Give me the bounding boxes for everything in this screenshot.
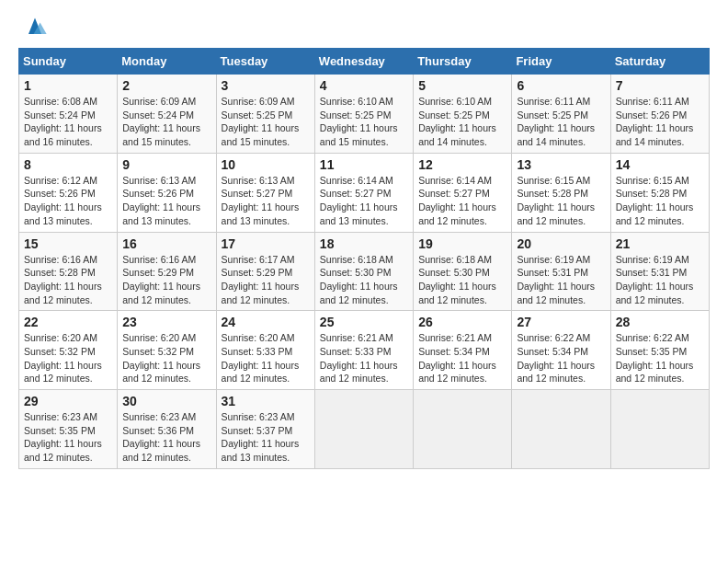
- header-friday: Friday: [512, 49, 610, 75]
- day-number: 8: [24, 157, 112, 172]
- day-number: 31: [222, 394, 310, 408]
- calendar-cell: 6Sunrise: 6:11 AMSunset: 5:25 PMDaylight…: [512, 75, 610, 154]
- calendar-cell: 18Sunrise: 6:18 AMSunset: 5:30 PMDayligh…: [314, 232, 413, 311]
- calendar-cell: 1Sunrise: 6:08 AMSunset: 5:24 PMDaylight…: [19, 75, 118, 154]
- day-info: Sunrise: 6:10 AMSunset: 5:25 PMDaylight:…: [418, 95, 506, 149]
- header-wednesday: Wednesday: [314, 49, 413, 75]
- day-number: 23: [122, 315, 210, 329]
- day-number: 3: [222, 78, 310, 93]
- calendar-cell: 19Sunrise: 6:18 AMSunset: 5:30 PMDayligh…: [414, 232, 512, 311]
- day-number: 7: [616, 78, 704, 93]
- day-info: Sunrise: 6:09 AMSunset: 5:24 PMDaylight:…: [122, 95, 210, 149]
- day-number: 9: [122, 157, 210, 172]
- day-info: Sunrise: 6:11 AMSunset: 5:26 PMDaylight:…: [616, 95, 704, 149]
- calendar-cell: 25Sunrise: 6:21 AMSunset: 5:33 PMDayligh…: [314, 311, 413, 390]
- day-info: Sunrise: 6:11 AMSunset: 5:25 PMDaylight:…: [517, 95, 605, 149]
- day-number: 17: [222, 236, 310, 251]
- day-info: Sunrise: 6:18 AMSunset: 5:30 PMDaylight:…: [418, 253, 506, 307]
- calendar-cell: 14Sunrise: 6:15 AMSunset: 5:28 PMDayligh…: [610, 153, 709, 232]
- calendar-week-4: 22Sunrise: 6:20 AMSunset: 5:32 PMDayligh…: [19, 311, 710, 390]
- day-info: Sunrise: 6:18 AMSunset: 5:30 PMDaylight:…: [320, 253, 408, 307]
- day-number: 18: [320, 236, 408, 251]
- calendar-header-row: SundayMondayTuesdayWednesdayThursdayFrid…: [19, 49, 710, 75]
- day-info: Sunrise: 6:16 AMSunset: 5:28 PMDaylight:…: [24, 253, 112, 307]
- calendar-cell: 21Sunrise: 6:19 AMSunset: 5:31 PMDayligh…: [610, 232, 709, 311]
- day-number: 27: [517, 315, 605, 329]
- day-number: 5: [418, 78, 506, 93]
- day-number: 11: [320, 157, 408, 172]
- day-info: Sunrise: 6:14 AMSunset: 5:27 PMDaylight:…: [320, 174, 408, 228]
- calendar-cell: 30Sunrise: 6:23 AMSunset: 5:36 PMDayligh…: [118, 390, 216, 469]
- day-info: Sunrise: 6:15 AMSunset: 5:28 PMDaylight:…: [517, 174, 605, 228]
- calendar-cell: 2Sunrise: 6:09 AMSunset: 5:24 PMDaylight…: [118, 75, 216, 154]
- calendar-week-3: 15Sunrise: 6:16 AMSunset: 5:28 PMDayligh…: [19, 232, 710, 311]
- calendar-week-1: 1Sunrise: 6:08 AMSunset: 5:24 PMDaylight…: [19, 75, 710, 154]
- calendar-cell: 31Sunrise: 6:23 AMSunset: 5:37 PMDayligh…: [216, 390, 314, 469]
- header-tuesday: Tuesday: [216, 49, 314, 75]
- day-info: Sunrise: 6:13 AMSunset: 5:27 PMDaylight:…: [222, 174, 310, 228]
- calendar-table: SundayMondayTuesdayWednesdayThursdayFrid…: [18, 48, 710, 469]
- day-number: 1: [24, 78, 112, 93]
- calendar-cell: 22Sunrise: 6:20 AMSunset: 5:32 PMDayligh…: [19, 311, 118, 390]
- day-info: Sunrise: 6:23 AMSunset: 5:37 PMDaylight:…: [222, 410, 310, 465]
- day-info: Sunrise: 6:12 AMSunset: 5:26 PMDaylight:…: [24, 174, 112, 228]
- logo-icon: [22, 15, 48, 40]
- day-info: Sunrise: 6:20 AMSunset: 5:32 PMDaylight:…: [122, 331, 210, 385]
- calendar-cell: [512, 390, 610, 469]
- day-number: 21: [616, 236, 704, 251]
- day-info: Sunrise: 6:20 AMSunset: 5:32 PMDaylight:…: [24, 331, 112, 385]
- calendar-cell: 15Sunrise: 6:16 AMSunset: 5:28 PMDayligh…: [19, 232, 118, 311]
- calendar-cell: [314, 390, 413, 469]
- day-number: 30: [122, 394, 210, 408]
- day-info: Sunrise: 6:21 AMSunset: 5:34 PMDaylight:…: [418, 331, 506, 385]
- day-number: 4: [320, 78, 408, 93]
- day-info: Sunrise: 6:08 AMSunset: 5:24 PMDaylight:…: [24, 95, 112, 149]
- calendar-cell: 10Sunrise: 6:13 AMSunset: 5:27 PMDayligh…: [216, 153, 314, 232]
- calendar-cell: [414, 390, 512, 469]
- logo: [18, 18, 48, 40]
- day-info: Sunrise: 6:19 AMSunset: 5:31 PMDaylight:…: [517, 253, 605, 307]
- day-number: 19: [418, 236, 506, 251]
- day-info: Sunrise: 6:09 AMSunset: 5:25 PMDaylight:…: [222, 95, 310, 149]
- day-number: 16: [122, 236, 210, 251]
- day-number: 29: [24, 394, 112, 408]
- calendar-cell: 4Sunrise: 6:10 AMSunset: 5:25 PMDaylight…: [314, 75, 413, 154]
- day-info: Sunrise: 6:13 AMSunset: 5:26 PMDaylight:…: [122, 174, 210, 228]
- day-number: 6: [517, 78, 605, 93]
- day-info: Sunrise: 6:17 AMSunset: 5:29 PMDaylight:…: [222, 253, 310, 307]
- day-number: 10: [222, 157, 310, 172]
- header-sunday: Sunday: [19, 49, 118, 75]
- day-info: Sunrise: 6:16 AMSunset: 5:29 PMDaylight:…: [122, 253, 210, 307]
- calendar-cell: 5Sunrise: 6:10 AMSunset: 5:25 PMDaylight…: [414, 75, 512, 154]
- calendar-cell: 8Sunrise: 6:12 AMSunset: 5:26 PMDaylight…: [19, 153, 118, 232]
- calendar-cell: 29Sunrise: 6:23 AMSunset: 5:35 PMDayligh…: [19, 390, 118, 469]
- calendar-cell: 26Sunrise: 6:21 AMSunset: 5:34 PMDayligh…: [414, 311, 512, 390]
- header-thursday: Thursday: [414, 49, 512, 75]
- calendar-cell: 23Sunrise: 6:20 AMSunset: 5:32 PMDayligh…: [118, 311, 216, 390]
- day-info: Sunrise: 6:22 AMSunset: 5:35 PMDaylight:…: [616, 331, 704, 385]
- day-info: Sunrise: 6:15 AMSunset: 5:28 PMDaylight:…: [616, 174, 704, 228]
- day-number: 13: [517, 157, 605, 172]
- day-info: Sunrise: 6:21 AMSunset: 5:33 PMDaylight:…: [320, 331, 408, 385]
- day-number: 2: [122, 78, 210, 93]
- day-number: 14: [616, 157, 704, 172]
- day-info: Sunrise: 6:23 AMSunset: 5:36 PMDaylight:…: [122, 410, 210, 465]
- day-number: 24: [222, 315, 310, 329]
- page-header: [18, 15, 710, 40]
- day-number: 12: [418, 157, 506, 172]
- day-info: Sunrise: 6:14 AMSunset: 5:27 PMDaylight:…: [418, 174, 506, 228]
- calendar-cell: 12Sunrise: 6:14 AMSunset: 5:27 PMDayligh…: [414, 153, 512, 232]
- day-info: Sunrise: 6:22 AMSunset: 5:34 PMDaylight:…: [517, 331, 605, 385]
- calendar-cell: 24Sunrise: 6:20 AMSunset: 5:33 PMDayligh…: [216, 311, 314, 390]
- day-number: 28: [616, 315, 704, 329]
- calendar-cell: 27Sunrise: 6:22 AMSunset: 5:34 PMDayligh…: [512, 311, 610, 390]
- calendar-cell: 7Sunrise: 6:11 AMSunset: 5:26 PMDaylight…: [610, 75, 709, 154]
- calendar-cell: 9Sunrise: 6:13 AMSunset: 5:26 PMDaylight…: [118, 153, 216, 232]
- header-saturday: Saturday: [610, 49, 709, 75]
- day-number: 22: [24, 315, 112, 329]
- day-number: 25: [320, 315, 408, 329]
- calendar-cell: 3Sunrise: 6:09 AMSunset: 5:25 PMDaylight…: [216, 75, 314, 154]
- calendar-cell: 28Sunrise: 6:22 AMSunset: 5:35 PMDayligh…: [610, 311, 709, 390]
- calendar-cell: [610, 390, 709, 469]
- day-info: Sunrise: 6:20 AMSunset: 5:33 PMDaylight:…: [222, 331, 310, 385]
